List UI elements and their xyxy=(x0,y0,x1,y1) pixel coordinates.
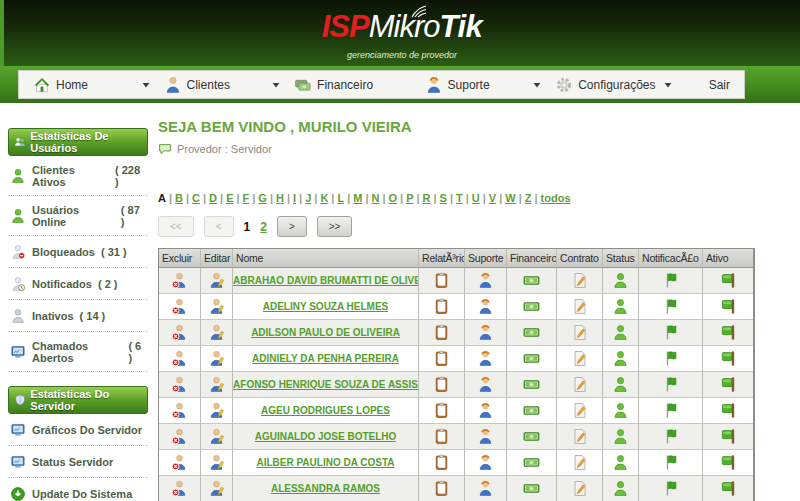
flag-icon[interactable] xyxy=(662,350,679,367)
support-icon[interactable] xyxy=(477,402,494,419)
client-name-link[interactable]: ADELINY SOUZA HELMES xyxy=(263,301,389,312)
banknote-icon[interactable] xyxy=(523,402,540,419)
alphabet-letter-link[interactable]: G xyxy=(258,192,267,204)
next-page-button[interactable]: > xyxy=(277,216,307,237)
report-icon[interactable] xyxy=(433,298,450,315)
status-user-icon[interactable] xyxy=(612,454,629,471)
nav-item-sair[interactable]: Sair xyxy=(686,76,730,94)
client-name-link[interactable]: AFONSO HENRIQUE SOUZA DE ASSIS xyxy=(233,379,418,390)
sidebar-item-bloqueados[interactable]: Bloqueados ( 31 ) xyxy=(8,236,148,268)
client-name-link[interactable]: AGUINALDO JOSE BOTELHO xyxy=(255,431,397,442)
support-icon[interactable] xyxy=(477,272,494,289)
delete-user-icon[interactable] xyxy=(171,298,188,315)
contract-icon[interactable] xyxy=(571,402,588,419)
flag-icon[interactable] xyxy=(662,324,679,341)
banknote-icon[interactable] xyxy=(523,350,540,367)
alphabet-letter-link[interactable]: K xyxy=(320,192,328,204)
active-marker-icon[interactable] xyxy=(720,324,737,341)
support-icon[interactable] xyxy=(477,454,494,471)
contract-icon[interactable] xyxy=(571,454,588,471)
active-marker-icon[interactable] xyxy=(720,350,737,367)
status-user-icon[interactable] xyxy=(612,376,629,393)
status-user-icon[interactable] xyxy=(612,428,629,445)
edit-user-icon[interactable] xyxy=(208,428,225,445)
report-icon[interactable] xyxy=(433,428,450,445)
chevron-down-icon[interactable] xyxy=(664,81,672,89)
sidebar-item-update-sistema[interactable]: Update Do Sistema xyxy=(8,478,148,501)
alphabet-letter-link[interactable]: T xyxy=(456,192,463,204)
alphabet-letter-link[interactable]: J xyxy=(305,192,311,204)
support-icon[interactable] xyxy=(477,376,494,393)
sidebar-item-usuarios-online[interactable]: Usuários Online ( 87 ) xyxy=(8,196,148,236)
chevron-down-icon[interactable] xyxy=(533,81,541,89)
delete-user-icon[interactable] xyxy=(171,272,188,289)
sidebar-item-inativos[interactable]: Inativos ( 14 ) xyxy=(8,300,148,332)
contract-icon[interactable] xyxy=(571,480,588,497)
nav-item-suporte[interactable]: Suporte xyxy=(425,76,490,94)
report-icon[interactable] xyxy=(433,324,450,341)
contract-icon[interactable] xyxy=(571,350,588,367)
status-user-icon[interactable] xyxy=(612,480,629,497)
alphabet-letter-link[interactable]: V xyxy=(489,192,496,204)
alphabet-all-link[interactable]: todos xyxy=(541,192,571,204)
alphabet-letter-link[interactable]: M xyxy=(353,192,362,204)
alphabet-letter-link[interactable]: Z xyxy=(525,192,532,204)
sidebar-item-clientes-ativos[interactable]: Clientes Ativos ( 228 ) xyxy=(8,156,148,196)
edit-user-icon[interactable] xyxy=(208,454,225,471)
nav-item-clientes[interactable]: Clientes xyxy=(164,76,230,94)
banknote-icon[interactable] xyxy=(523,454,540,471)
banknote-icon[interactable] xyxy=(523,298,540,315)
nav-item-financeiro[interactable]: Financeiro xyxy=(294,76,373,94)
chevron-down-icon[interactable] xyxy=(272,81,280,89)
client-name-link[interactable]: ALESSANDRA RAMOS xyxy=(271,483,380,494)
first-page-button[interactable]: << xyxy=(158,216,194,237)
support-icon[interactable] xyxy=(477,350,494,367)
active-marker-icon[interactable] xyxy=(720,454,737,471)
client-name-link[interactable]: AGEU RODRIGUES LOPES xyxy=(261,405,390,416)
active-marker-icon[interactable] xyxy=(720,376,737,393)
edit-user-icon[interactable] xyxy=(208,272,225,289)
support-icon[interactable] xyxy=(477,324,494,341)
status-user-icon[interactable] xyxy=(612,350,629,367)
chevron-down-icon[interactable] xyxy=(142,81,150,89)
alphabet-letter-link[interactable]: S xyxy=(440,192,447,204)
contract-icon[interactable] xyxy=(571,272,588,289)
edit-user-icon[interactable] xyxy=(208,298,225,315)
client-name-link[interactable]: ADILSON PAULO DE OLIVEIRA xyxy=(251,327,400,338)
delete-user-icon[interactable] xyxy=(171,350,188,367)
flag-icon[interactable] xyxy=(662,480,679,497)
flag-icon[interactable] xyxy=(662,298,679,315)
alphabet-letter-link[interactable]: N xyxy=(371,192,379,204)
status-user-icon[interactable] xyxy=(612,272,629,289)
last-page-button[interactable]: >> xyxy=(317,216,353,237)
delete-user-icon[interactable] xyxy=(171,480,188,497)
alphabet-letter-link[interactable]: W xyxy=(505,192,515,204)
banknote-icon[interactable] xyxy=(523,376,540,393)
contract-icon[interactable] xyxy=(571,376,588,393)
sidebar-item-graficos-servidor[interactable]: Gráficos Do Servidor xyxy=(8,414,148,446)
status-user-icon[interactable] xyxy=(612,298,629,315)
active-marker-icon[interactable] xyxy=(720,402,737,419)
delete-user-icon[interactable] xyxy=(171,402,188,419)
nav-item-home[interactable]: Home xyxy=(33,76,88,94)
edit-user-icon[interactable] xyxy=(208,480,225,497)
flag-icon[interactable] xyxy=(662,428,679,445)
report-icon[interactable] xyxy=(433,376,450,393)
active-marker-icon[interactable] xyxy=(720,298,737,315)
delete-user-icon[interactable] xyxy=(171,324,188,341)
contract-icon[interactable] xyxy=(571,324,588,341)
flag-icon[interactable] xyxy=(662,454,679,471)
banknote-icon[interactable] xyxy=(523,324,540,341)
status-user-icon[interactable] xyxy=(612,402,629,419)
support-icon[interactable] xyxy=(477,428,494,445)
support-icon[interactable] xyxy=(477,480,494,497)
alphabet-letter-link[interactable]: U xyxy=(472,192,480,204)
alphabet-letter-link[interactable]: H xyxy=(276,192,284,204)
delete-user-icon[interactable] xyxy=(171,376,188,393)
banknote-icon[interactable] xyxy=(523,272,540,289)
client-name-link[interactable]: ABRAHAO DAVID BRUMATTI DE OLIVEIRA xyxy=(233,275,418,286)
delete-user-icon[interactable] xyxy=(171,428,188,445)
contract-icon[interactable] xyxy=(571,428,588,445)
report-icon[interactable] xyxy=(433,402,450,419)
report-icon[interactable] xyxy=(433,272,450,289)
